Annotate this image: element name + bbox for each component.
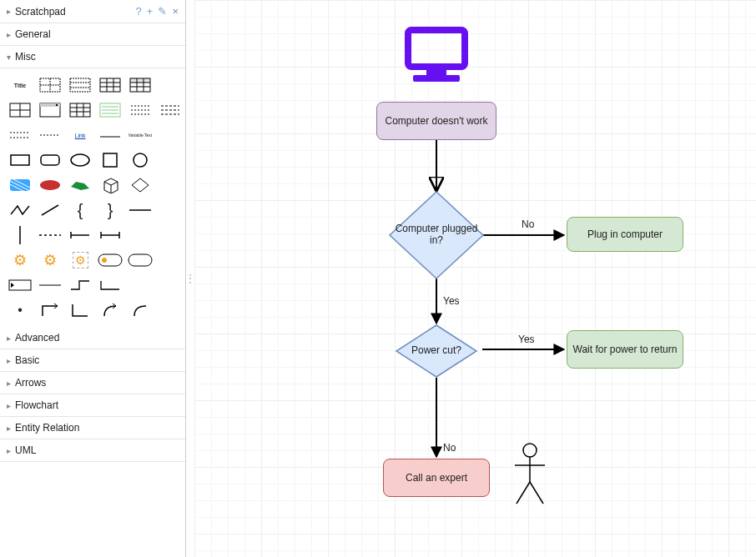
shape-list-green[interactable] <box>97 100 123 120</box>
help-icon[interactable]: ? <box>136 5 142 18</box>
shape-brace-left[interactable]: { <box>67 200 93 220</box>
shape-dashed-lines[interactable] <box>127 100 154 120</box>
shape-blank[interactable] <box>157 75 184 95</box>
shape-table[interactable] <box>97 75 123 95</box>
shape-circle[interactable] <box>127 150 154 170</box>
svg-line-74 <box>517 482 530 504</box>
sidebar-section-advanced[interactable]: ▸ Advanced <box>0 327 185 349</box>
shape-link[interactable]: Link <box>67 125 93 145</box>
shape-vline[interactable] <box>7 225 33 245</box>
shape-step-h[interactable] <box>67 275 93 295</box>
shape-gear1[interactable]: ⚙ <box>7 250 33 270</box>
shape-table-header[interactable] <box>127 75 154 95</box>
stick-figure-icon[interactable] <box>510 442 550 507</box>
shape-dashed-line[interactable] <box>37 125 63 145</box>
shape-dashed-lines2[interactable] <box>157 100 184 120</box>
svg-rect-3 <box>70 78 90 92</box>
shape-dashed-rule[interactable] <box>7 125 33 145</box>
shape-rounded[interactable] <box>37 150 63 170</box>
shape-pill-gear[interactable] <box>97 250 123 270</box>
sidebar-section-entity-relation[interactable]: ▸ Entity Relation <box>0 417 185 439</box>
svg-rect-6 <box>100 78 120 92</box>
sidebar-section-uml[interactable]: ▸ UML <box>0 439 185 462</box>
shape-blob-red[interactable] <box>37 175 63 195</box>
shape-empty4[interactable] <box>157 200 184 220</box>
shape-gear-boxed[interactable]: ⚙ <box>67 250 93 270</box>
shape-cube[interactable] <box>97 175 123 195</box>
shape-empty[interactable] <box>157 125 184 145</box>
shape-right-angle[interactable] <box>37 300 63 320</box>
chevron-right-icon: ▸ <box>7 356 15 365</box>
svg-rect-22 <box>56 104 58 106</box>
shape-pill[interactable] <box>127 250 154 270</box>
shape-hline[interactable] <box>127 200 154 220</box>
shape-tape[interactable] <box>7 275 33 295</box>
add-icon[interactable]: + <box>147 5 154 18</box>
shape-dashed-grid[interactable] <box>37 75 63 95</box>
svg-point-48 <box>40 180 60 190</box>
close-icon[interactable]: × <box>172 5 179 18</box>
shape-hatched-blue[interactable] <box>7 175 33 195</box>
edit-icon[interactable]: ✎ <box>158 5 167 18</box>
shape-window[interactable] <box>37 100 63 120</box>
shape-gear2[interactable]: ⚙ <box>37 250 63 270</box>
shape-empty6[interactable] <box>157 225 184 245</box>
node-action-wait-power[interactable]: Wait for power to return <box>567 330 683 369</box>
shape-curve-arrow[interactable] <box>97 300 123 320</box>
shape-underline[interactable] <box>97 125 123 145</box>
sidebar-splitter[interactable]: ⋮ <box>186 0 194 557</box>
shape-thin-line[interactable] <box>37 275 63 295</box>
chevron-right-icon: ▸ <box>7 446 15 455</box>
shape-rect[interactable] <box>7 150 33 170</box>
shape-blob-green[interactable] <box>67 175 93 195</box>
shape-step-v[interactable] <box>97 275 123 295</box>
sidebar-section-basic[interactable]: ▸ Basic <box>0 349 185 372</box>
section-label: General <box>15 28 179 40</box>
section-label: UML <box>15 444 179 456</box>
shape-title[interactable]: Title <box>7 75 33 95</box>
monitor-icon[interactable] <box>401 27 471 85</box>
shape-crosstable[interactable] <box>7 100 33 120</box>
shape-dot[interactable]: • <box>7 300 33 320</box>
svg-point-44 <box>71 154 89 166</box>
svg-rect-23 <box>70 103 90 117</box>
shape-diag[interactable] <box>37 200 63 220</box>
shape-square[interactable] <box>97 150 123 170</box>
shape-dashed-grid-alt[interactable] <box>67 75 93 95</box>
sidebar-section-arrows[interactable]: ▸ Arrows <box>0 372 185 394</box>
node-end[interactable]: Call an expert <box>383 459 490 497</box>
shape-bar-line[interactable] <box>67 225 93 245</box>
node-decision-powercut[interactable] <box>395 324 478 379</box>
misc-shape-palette: Title Link Variable Text <box>0 68 185 327</box>
diagram-canvas[interactable]: Computer doesn't work Computer plugged i… <box>194 0 756 557</box>
shape-variable-text[interactable]: Variable Text <box>127 125 154 145</box>
node-action-plug-in[interactable]: Plug in computer <box>567 217 683 252</box>
edge-label-d1-yes: Yes <box>443 295 460 307</box>
sidebar-section-scratchpad[interactable]: ▸ Scratchpad ? + ✎ × <box>0 0 185 23</box>
sidebar-section-flowchart[interactable]: ▸ Flowchart <box>0 394 185 417</box>
shape-measure[interactable] <box>97 225 123 245</box>
shape-brace-right[interactable]: } <box>97 200 123 220</box>
node-start[interactable]: Computer doesn't work <box>376 102 496 140</box>
shape-dash-hline[interactable] <box>37 225 63 245</box>
shape-curve[interactable] <box>127 300 154 320</box>
node-label: Plug in computer <box>587 228 663 240</box>
shape-empty8[interactable] <box>127 275 154 295</box>
sidebar-section-general[interactable]: ▸ General <box>0 23 185 46</box>
shape-empty5[interactable] <box>127 225 154 245</box>
shape-grid3x3[interactable] <box>67 100 93 120</box>
shape-empty7[interactable] <box>157 250 184 270</box>
shape-empty2[interactable] <box>157 150 184 170</box>
svg-rect-47 <box>10 179 30 191</box>
shape-corner[interactable] <box>67 300 93 320</box>
shape-zigzag[interactable] <box>7 200 33 220</box>
shape-ellipse[interactable] <box>67 150 93 170</box>
node-decision-plugged[interactable] <box>388 190 485 280</box>
shape-empty10[interactable] <box>157 300 184 320</box>
sidebar-section-misc[interactable]: ▾ Misc <box>0 46 185 68</box>
node-label: Computer doesn't work <box>385 115 487 127</box>
shape-empty9[interactable] <box>157 275 184 295</box>
shape-diamond[interactable] <box>127 175 154 195</box>
section-label: Advanced <box>15 332 179 344</box>
shape-empty3[interactable] <box>157 175 184 195</box>
